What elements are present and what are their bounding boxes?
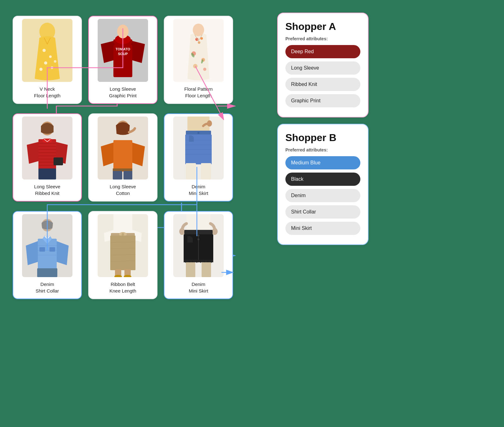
svg-rect-92: [184, 260, 213, 262]
svg-rect-84: [186, 214, 210, 231]
shopper-a-tag-graphic-print: Graphic Print: [285, 94, 360, 107]
svg-rect-66: [39, 247, 45, 252]
product-label-denim-jacket: DenimShirt Collar: [35, 280, 60, 296]
product-label-denim-skirt-blue: DenimMini Skirt: [188, 182, 209, 198]
shopper-b-preferred-label: Preferred attributes:: [285, 147, 360, 152]
svg-rect-87: [184, 230, 213, 235]
product-image-red-sweater: TOMATO SOUP: [91, 19, 154, 82]
svg-rect-40: [38, 168, 56, 179]
svg-text:TOMATO: TOMATO: [116, 47, 130, 51]
product-image-red-knit: [16, 117, 79, 179]
svg-point-85: [179, 228, 185, 235]
svg-rect-68: [37, 268, 57, 277]
svg-point-24: [203, 68, 206, 71]
svg-point-9: [54, 60, 56, 63]
shopper-a-tag-long-sleeve: Long Sleeve: [285, 61, 360, 75]
product-card-black-skirt: DenimMini Skirt: [164, 211, 233, 299]
product-label-red-knit: Long SleeveRibbed Knit: [33, 182, 61, 198]
svg-point-16: [117, 25, 129, 38]
product-grid-wrapper: V NeckFloor Length: [6, 9, 271, 305]
svg-point-8: [39, 68, 43, 71]
product-label-orange-sweater: Long SleeveCotton: [109, 182, 136, 198]
svg-point-20: [198, 41, 200, 44]
svg-point-73: [122, 233, 124, 236]
product-card-orange-sweater: Long SleeveCotton: [88, 113, 158, 202]
svg-point-7: [51, 66, 53, 69]
shopper-a-tag-ribbed-knit: Ribbed Knit: [285, 78, 360, 91]
product-card-red-sweater: TOMATO SOUP Long SleeveGraphic Print: [88, 16, 158, 104]
shopper-panels: Shopper A Preferred attributes: Deep Red…: [271, 9, 372, 305]
svg-point-86: [212, 228, 218, 235]
product-card-floral-dress: Floral PatternFloor Length: [164, 16, 233, 104]
product-image-floral-dress: [167, 19, 230, 82]
svg-point-90: [198, 235, 199, 236]
product-image-brown-skirt: [91, 214, 154, 277]
product-card-red-knit: Long SleeveRibbed Knit: [13, 113, 82, 202]
product-label-floral-dress: Floral PatternFloor Length: [184, 84, 213, 101]
svg-text:SOUP: SOUP: [118, 52, 128, 56]
svg-line-96: [197, 261, 197, 263]
svg-rect-44: [113, 140, 132, 172]
svg-rect-47: [113, 168, 132, 171]
product-image-denim-skirt-blue: [167, 117, 230, 179]
product-label-yellow-dress: V NeckFloor Length: [33, 84, 61, 101]
svg-point-23: [193, 64, 198, 68]
svg-line-97: [200, 261, 201, 263]
shopper-b-title: Shopper B: [285, 132, 360, 144]
svg-rect-12: [113, 39, 132, 77]
shopper-b-tag-shirt-collar: Shirt Collar: [285, 205, 360, 219]
svg-rect-70: [113, 214, 132, 235]
product-card-yellow-dress: V NeckFloor Length: [13, 16, 82, 104]
shopper-a-preferred-label: Preferred attributes:: [285, 36, 360, 41]
svg-rect-67: [49, 247, 55, 252]
svg-line-100: [211, 261, 211, 263]
svg-rect-59: [201, 163, 211, 179]
product-image-orange-sweater: [91, 117, 154, 179]
shopper-b-tag-mini-skirt: Mini Skirt: [285, 222, 360, 235]
product-image-yellow-dress: [16, 19, 79, 82]
product-image-denim-jacket: [16, 214, 79, 277]
svg-point-27: [193, 24, 204, 36]
product-label-brown-skirt: Ribbon BeltKnee Length: [109, 280, 137, 296]
svg-rect-41: [54, 157, 63, 165]
svg-point-91: [198, 238, 199, 240]
svg-point-57: [198, 132, 199, 134]
svg-rect-74: [110, 236, 135, 270]
shopper-a-tag-deep-red: Deep Red: [285, 45, 360, 58]
svg-point-6: [44, 61, 47, 65]
svg-rect-102: [202, 262, 211, 277]
shopper-b-panel: Shopper B Preferred attributes: Medium B…: [277, 124, 369, 245]
svg-point-4: [43, 49, 46, 52]
svg-rect-30: [38, 139, 56, 171]
product-grid: V NeckFloor Length: [6, 9, 271, 305]
svg-point-5: [49, 55, 52, 58]
product-image-black-skirt: [167, 214, 230, 277]
svg-rect-58: [186, 163, 196, 179]
main-container: V NeckFloor Length: [0, 0, 378, 315]
shopper-b-tag-denim: Denim: [285, 189, 360, 202]
svg-point-50: [207, 120, 212, 127]
shopper-a-panel: Shopper A Preferred attributes: Deep Red…: [277, 13, 369, 117]
shopper-b-tag-black: Black: [285, 173, 360, 186]
shopper-b-tag-medium-blue: Medium Blue: [285, 156, 360, 169]
shopper-a-title: Shopper A: [285, 21, 360, 32]
product-card-denim-skirt-blue: DenimMini Skirt: [164, 113, 233, 202]
product-label-black-skirt: DenimMini Skirt: [188, 280, 209, 296]
product-card-brown-skirt: Ribbon BeltKnee Length: [88, 211, 158, 299]
svg-rect-101: [186, 262, 195, 277]
product-card-denim-jacket: DenimShirt Collar: [13, 211, 82, 299]
product-label-red-sweater: Long SleeveGraphic Print: [108, 84, 137, 101]
